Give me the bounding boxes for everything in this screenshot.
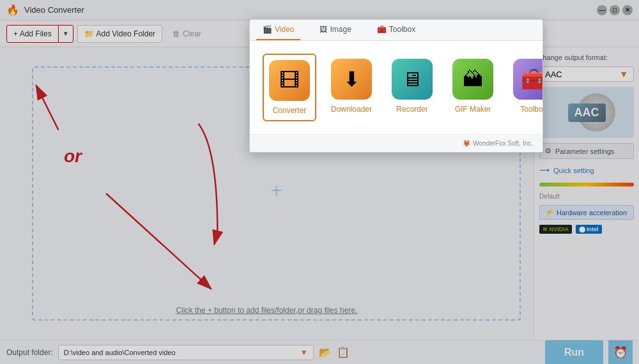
downloader-label: Downloader <box>331 105 372 114</box>
video-tab-label: Video <box>275 25 294 34</box>
popup-item-downloader[interactable]: ⬇ Downloader <box>326 54 377 119</box>
toolbox-tab-icon: 🧰 <box>377 25 387 34</box>
popup-item-toolbox[interactable]: 🧰 Toolbox <box>508 54 543 119</box>
wonderfox-icon: 🦊 <box>463 140 470 147</box>
gif-maker-label: GIF Maker <box>455 105 491 114</box>
image-tab-icon: 🖼 <box>320 25 327 34</box>
tab-video[interactable]: 🎬 Video <box>256 20 300 40</box>
popup-item-gif-maker[interactable]: 🏔 GIF Maker <box>447 54 498 119</box>
tool-selection-popup: 🎬 Video 🖼 Image 🧰 Toolbox 🎞 Converter ⬇ … <box>249 19 543 153</box>
recorder-icon: 🖥 <box>392 59 433 100</box>
recorder-label: Recorder <box>396 105 427 114</box>
toolbox-label: Toolbox <box>520 105 543 114</box>
popup-item-converter[interactable]: 🎞 Converter <box>263 54 316 121</box>
converter-label: Converter <box>273 106 307 115</box>
image-tab-label: Image <box>330 25 351 34</box>
popup-overlay[interactable]: 🎬 Video 🖼 Image 🧰 Toolbox 🎞 Converter ⬇ … <box>0 0 639 364</box>
popup-content: 🎞 Converter ⬇ Downloader 🖥 Recorder 🏔 GI… <box>250 41 543 134</box>
wonderfox-credit: 🦊 WonderFox Soft, Inc. <box>463 140 533 147</box>
popup-item-recorder[interactable]: 🖥 Recorder <box>387 54 438 119</box>
downloader-icon: ⬇ <box>331 59 372 100</box>
toolbox-icon: 🧰 <box>513 59 543 100</box>
gif-maker-icon: 🏔 <box>452 59 493 100</box>
tab-toolbox[interactable]: 🧰 Toolbox <box>371 20 422 40</box>
converter-icon: 🎞 <box>269 60 310 101</box>
wonderfox-label: WonderFox Soft, Inc. <box>473 140 533 147</box>
toolbox-tab-label: Toolbox <box>389 25 415 34</box>
popup-tabs: 🎬 Video 🖼 Image 🧰 Toolbox <box>250 20 543 41</box>
video-tab-icon: 🎬 <box>263 25 272 34</box>
popup-footer: 🦊 WonderFox Soft, Inc. <box>250 134 543 152</box>
tab-image[interactable]: 🖼 Image <box>313 20 357 40</box>
